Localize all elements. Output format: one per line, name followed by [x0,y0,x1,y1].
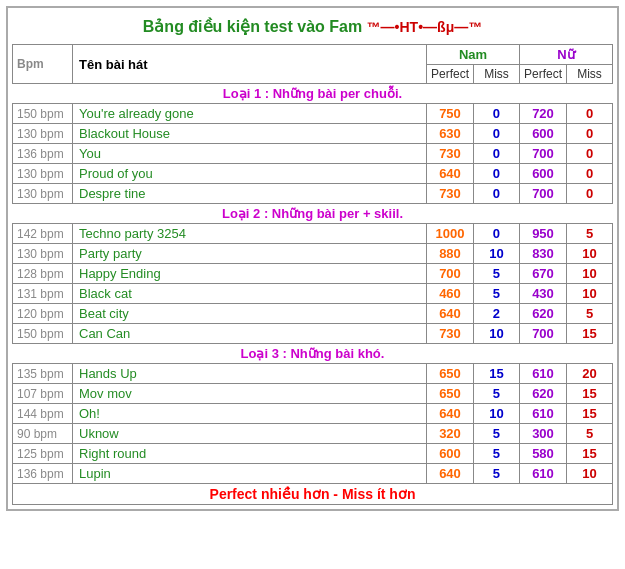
table-row: 120 bpmBeat city64026205 [13,304,613,324]
song-name-cell: Blackout House [73,124,427,144]
subheader-perfect-nam: Perfect [426,65,473,84]
perfect-nam-cell: 630 [426,124,473,144]
miss-nam-cell: 0 [473,104,519,124]
song-name-cell: Hands Up [73,364,427,384]
perfect-nam-cell: 640 [426,304,473,324]
perfect-nu-cell: 830 [519,244,566,264]
miss-nu-cell: 5 [567,224,613,244]
bpm-cell: 150 bpm [13,104,73,124]
perfect-nam-cell: 650 [426,364,473,384]
miss-nu-cell: 0 [567,184,613,204]
song-name-cell: Mov mov [73,384,427,404]
miss-nam-cell: 0 [473,224,519,244]
table-row: 150 bpmYou're already gone75007200 [13,104,613,124]
table-row: 90 bpmUknow32053005 [13,424,613,444]
song-name-cell: Can Can [73,324,427,344]
bpm-cell: 130 bpm [13,124,73,144]
miss-nam-cell: 0 [473,164,519,184]
table-row: 135 bpmHands Up6501561020 [13,364,613,384]
bpm-cell: 135 bpm [13,364,73,384]
section-header-1: Loại 2 : Những bài per + skiil. [13,204,613,224]
song-name-cell: You [73,144,427,164]
miss-nu-cell: 20 [567,364,613,384]
section-header-0: Loại 1 : Những bài per chuỗi. [13,84,613,104]
perfect-nam-cell: 730 [426,324,473,344]
perfect-nu-cell: 720 [519,104,566,124]
miss-nam-cell: 5 [473,464,519,484]
perfect-nu-cell: 700 [519,324,566,344]
song-name-cell: Uknow [73,424,427,444]
perfect-nu-cell: 580 [519,444,566,464]
miss-nu-cell: 15 [567,384,613,404]
miss-nu-cell: 5 [567,424,613,444]
miss-nam-cell: 10 [473,404,519,424]
miss-nam-cell: 10 [473,324,519,344]
miss-nam-cell: 0 [473,144,519,164]
song-name-cell: Techno party 3254 [73,224,427,244]
perfect-nu-cell: 670 [519,264,566,284]
miss-nam-cell: 5 [473,284,519,304]
table-row: 130 bpmProud of you64006000 [13,164,613,184]
miss-nu-cell: 10 [567,264,613,284]
miss-nam-cell: 10 [473,244,519,264]
col-header-bpm: Bpm [13,45,73,84]
perfect-nam-cell: 1000 [426,224,473,244]
miss-nu-cell: 10 [567,284,613,304]
table-row: 130 bpmDespre tine73007000 [13,184,613,204]
table-row: 131 bpmBlack cat460543010 [13,284,613,304]
song-name-cell: Party party [73,244,427,264]
perfect-nu-cell: 700 [519,144,566,164]
miss-nam-cell: 5 [473,424,519,444]
miss-nu-cell: 0 [567,124,613,144]
perfect-nu-cell: 610 [519,364,566,384]
subheader-miss-nam: Miss [473,65,519,84]
bpm-cell: 130 bpm [13,244,73,264]
perfect-nam-cell: 600 [426,444,473,464]
table-row: 130 bpmBlackout House63006000 [13,124,613,144]
miss-nam-cell: 5 [473,384,519,404]
perfect-nam-cell: 730 [426,184,473,204]
main-container: Bảng điều kiện test vào Fam ™—•HT•—ßμ—™ … [6,6,619,511]
miss-nam-cell: 0 [473,124,519,144]
table-row: 125 bpmRight round600558015 [13,444,613,464]
miss-nam-cell: 2 [473,304,519,324]
perfect-nu-cell: 430 [519,284,566,304]
bpm-cell: 136 bpm [13,144,73,164]
table-row: 136 bpmYou73007000 [13,144,613,164]
bpm-cell: 150 bpm [13,324,73,344]
col-header-ten: Tên bài hát [73,45,427,84]
table-row: 150 bpmCan Can7301070015 [13,324,613,344]
table-row: 144 bpmOh!6401061015 [13,404,613,424]
main-title: Bảng điều kiện test vào Fam [143,18,362,35]
perfect-nu-cell: 610 [519,404,566,424]
miss-nu-cell: 15 [567,324,613,344]
perfect-nam-cell: 460 [426,284,473,304]
bpm-cell: 120 bpm [13,304,73,324]
miss-nam-cell: 5 [473,264,519,284]
perfect-nu-cell: 300 [519,424,566,444]
bpm-cell: 90 bpm [13,424,73,444]
perfect-nam-cell: 640 [426,404,473,424]
song-name-cell: You're already gone [73,104,427,124]
miss-nu-cell: 5 [567,304,613,324]
song-name-cell: Despre tine [73,184,427,204]
bpm-cell: 142 bpm [13,224,73,244]
perfect-nu-cell: 620 [519,304,566,324]
song-name-cell: Happy Ending [73,264,427,284]
miss-nu-cell: 15 [567,444,613,464]
miss-nu-cell: 10 [567,464,613,484]
perfect-nam-cell: 880 [426,244,473,264]
miss-nu-cell: 15 [567,404,613,424]
subheader-perfect-nu: Perfect [519,65,566,84]
miss-nam-cell: 0 [473,184,519,204]
bpm-cell: 128 bpm [13,264,73,284]
song-name-cell: Proud of you [73,164,427,184]
song-name-cell: Black cat [73,284,427,304]
perfect-nam-cell: 700 [426,264,473,284]
perfect-nu-cell: 600 [519,124,566,144]
song-name-cell: Right round [73,444,427,464]
perfect-nam-cell: 750 [426,104,473,124]
title-area: Bảng điều kiện test vào Fam ™—•HT•—ßμ—™ [12,12,613,44]
perfect-nam-cell: 650 [426,384,473,404]
col-header-nu: Nữ [519,45,612,65]
